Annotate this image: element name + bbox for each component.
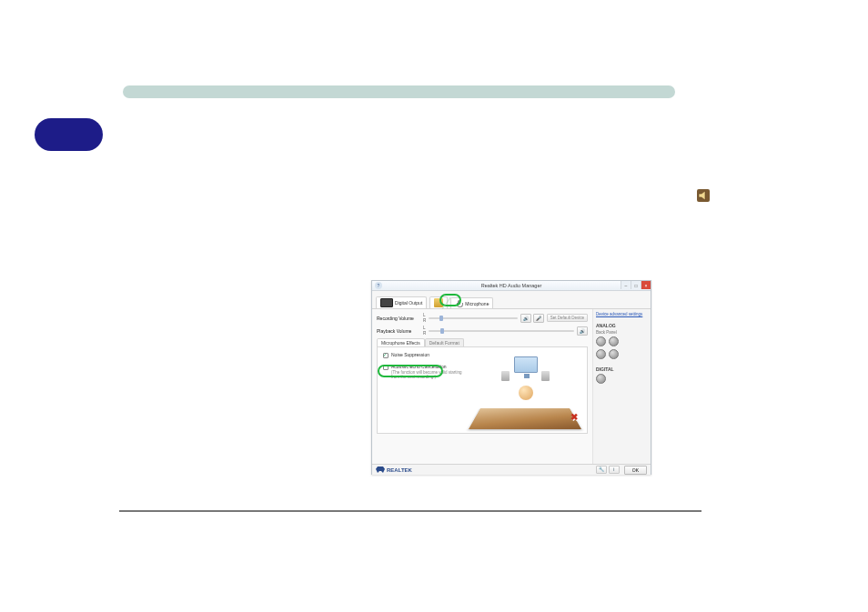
checkbox-icon	[383, 353, 389, 358]
brand-text: REALTEK	[387, 467, 412, 473]
info-icon[interactable]: i	[609, 466, 620, 474]
digital-jack[interactable]	[596, 374, 606, 384]
ok-button[interactable]: OK	[624, 466, 647, 475]
listener-head-graphic	[519, 386, 533, 400]
realtek-crab-icon	[376, 467, 385, 473]
recording-volume-label: Recording Volume	[377, 316, 420, 321]
effects-panel: Noise Suppression Acoustic Echo Cancella…	[377, 346, 588, 434]
tool-icon[interactable]: 🔧	[596, 466, 607, 474]
speaker-right-graphic	[541, 371, 550, 381]
device-tabs: Digital Output Speakers Microphone	[372, 291, 651, 309]
decorative-rule	[119, 510, 701, 512]
playback-volume-row: Playback Volume L R 🔊	[377, 326, 588, 336]
device-advanced-settings-link[interactable]: Device advanced settings	[596, 313, 648, 317]
channel-r: R	[423, 318, 426, 323]
window-title: Realtek HD Audio Manager	[481, 283, 542, 288]
playback-volume-slider[interactable]	[429, 330, 574, 332]
main-panel: Recording Volume L R 🔊 🎤 Set Default Dev…	[372, 309, 592, 464]
analog-jack[interactable]	[596, 336, 606, 346]
floor-graphic	[469, 408, 581, 429]
analog-jack[interactable]	[609, 349, 619, 359]
recording-volume-slider[interactable]	[429, 317, 517, 319]
room-scene: ✖	[469, 351, 581, 429]
realtek-logo: REALTEK	[376, 467, 412, 473]
footer: REALTEK 🔧 i OK	[372, 464, 651, 475]
tab-label: Digital Output	[395, 300, 422, 306]
volume-icon[interactable]: 🔊	[577, 326, 588, 336]
subtab-default-format[interactable]: Default Format	[425, 338, 464, 346]
noise-suppression-label: Noise Suppression	[391, 352, 429, 357]
monitor-graphic	[514, 356, 538, 373]
highlight-circle-noise-suppression	[378, 365, 443, 377]
mic-boost-icon[interactable]: 🎤	[533, 314, 544, 323]
channel-l: L	[423, 313, 426, 317]
sub-tabs: Microphone Effects Default Format	[377, 338, 588, 346]
subtab-microphone-effects[interactable]: Microphone Effects	[377, 338, 425, 346]
maximize-button[interactable]: □	[631, 281, 641, 289]
channel-l: L	[423, 326, 426, 330]
decorative-blue-pill	[35, 118, 103, 151]
titlebar[interactable]: ? Realtek HD Audio Manager – □ ×	[372, 281, 651, 291]
recording-volume-row: Recording Volume L R 🔊 🎤 Set Default Dev…	[377, 313, 588, 323]
back-panel-label: Back Panel	[596, 330, 648, 335]
connector-panel: Device advanced settings ANALOG Back Pan…	[592, 309, 651, 464]
channel-r: R	[423, 331, 426, 336]
minimize-button[interactable]: –	[621, 281, 631, 289]
analog-jack[interactable]	[609, 336, 619, 346]
volume-icon[interactable]: 🔊	[520, 314, 531, 323]
help-icon[interactable]: ?	[375, 282, 382, 289]
analog-label: ANALOG	[596, 323, 648, 328]
set-default-button[interactable]: Set Default Device	[547, 314, 588, 322]
playback-volume-label: Playback Volume	[377, 328, 420, 334]
tray-speaker-icon[interactable]	[697, 189, 710, 202]
speaker-left-graphic	[501, 371, 510, 381]
tab-digital-output[interactable]: Digital Output	[376, 296, 427, 308]
red-x-icon: ✖	[570, 412, 578, 422]
analog-jack[interactable]	[596, 349, 606, 359]
close-button[interactable]: ×	[641, 281, 651, 289]
svg-marker-0	[699, 191, 705, 200]
digital-label: DIGITAL	[596, 366, 648, 372]
realtek-audio-manager-window: ? Realtek HD Audio Manager – □ × Digital…	[371, 280, 651, 475]
tab-label: Microphone	[465, 301, 489, 306]
digital-output-icon	[380, 298, 393, 307]
decorative-header-bar	[123, 85, 675, 98]
